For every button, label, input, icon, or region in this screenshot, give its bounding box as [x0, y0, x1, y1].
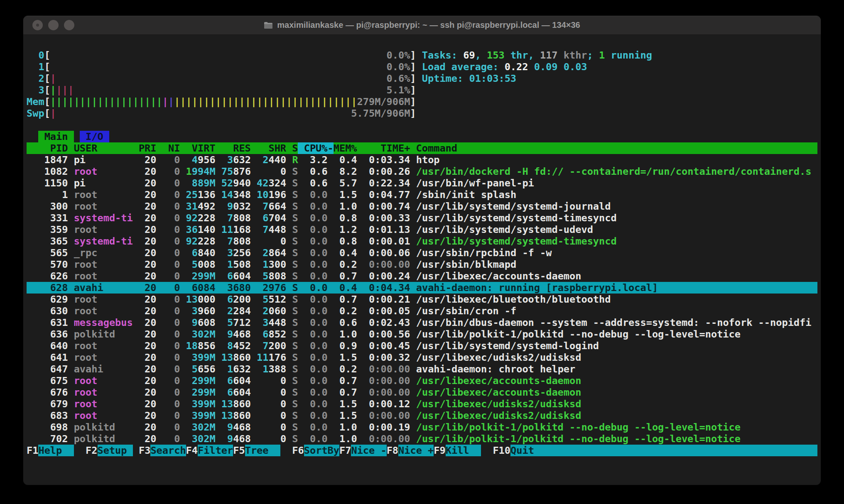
- cpu2-meter-value: 0.6%: [387, 73, 410, 84]
- process-row-628[interactable]: 628 avahi 20 0 6084 3680 2976 S 0.0 0.4 …: [27, 282, 817, 294]
- tab-main[interactable]: Main: [38, 131, 74, 142]
- cell-mem: 1.5: [334, 352, 357, 363]
- column-header-shr[interactable]: SHR: [251, 142, 286, 154]
- process-row-683[interactable]: 683 root 20 0 399M 13860 0 S 0.0 1.5 0:0…: [27, 410, 817, 421]
- process-row-679[interactable]: 679 root 20 0 399M 13860 0 S 0.0 1.5 0:0…: [27, 398, 817, 410]
- process-row-570[interactable]: 570 root 20 0 5008 1508 1300 S 0.0 0.2 0…: [27, 259, 817, 270]
- cell-cpu: 0.0: [298, 363, 328, 375]
- cell-command: /usr/lib/polkit-1/polkitd --no-debug --l…: [416, 433, 741, 445]
- process-row-641[interactable]: 641 root 20 0 399M 13860 11176 S 0.0 1.5…: [27, 352, 817, 363]
- process-row-647[interactable]: 647 avahi 20 0 5656 1632 1388 S 0.0 0.2 …: [27, 363, 817, 375]
- process-row-640[interactable]: 640 root 20 0 18856 8452 7200 S 0.0 0.9 …: [27, 340, 817, 352]
- column-header-pid[interactable]: PID: [27, 142, 68, 154]
- process-row-331[interactable]: 331 systemd-ti 20 0 92228 7808 6704 S 0.…: [27, 212, 817, 224]
- cell-pid: 565: [27, 247, 68, 259]
- cell-command: avahi-daemon: chroot helper: [416, 363, 576, 375]
- tab-io[interactable]: I/O: [80, 131, 109, 142]
- cell-user: root: [74, 398, 133, 410]
- fkey-f3[interactable]: F3Search: [139, 445, 186, 456]
- process-row-698[interactable]: 698 polkitd 20 0 302M 9468 0 S 0.0 1.0 0…: [27, 421, 817, 433]
- fkey-key: F5: [233, 445, 245, 456]
- fkey-label: Setup: [98, 445, 133, 456]
- cell-mem: 0.9: [334, 340, 357, 352]
- process-row-702[interactable]: 702 polkitd 20 0 302M 9468 0 S 0.0 1.0 0…: [27, 433, 817, 445]
- process-row-631[interactable]: 631 messagebus 20 0 9608 5712 3448 S 0.0…: [27, 317, 817, 328]
- cell-command: /usr/lib/systemd/systemd-logind: [416, 340, 599, 352]
- terminal-window: maximiliankaske — pi@raspberrypi: ~ — ss…: [23, 16, 821, 485]
- cell-command: /usr/sbin/rpcbind -f -w: [416, 247, 552, 259]
- process-row-1150[interactable]: 1150 pi 20 0 889M 52940 42324 S 0.6 5.7 …: [27, 177, 817, 189]
- zoom-button[interactable]: [64, 20, 74, 30]
- column-header-mem[interactable]: MEM%: [334, 142, 357, 154]
- process-row-1[interactable]: 1 root 20 0 25136 14348 10196 S 0.0 1.5 …: [27, 189, 817, 201]
- cell-pri: 20: [133, 421, 157, 433]
- fkey-f6[interactable]: F6SortBy: [292, 445, 339, 456]
- cell-user: root: [74, 270, 133, 282]
- process-row-300[interactable]: 300 root 20 0 31492 9032 7664 S 0.0 1.0 …: [27, 201, 817, 212]
- cell-time: 0:00.00: [357, 375, 410, 387]
- cell-pid: 647: [27, 363, 68, 375]
- column-header-ni[interactable]: NI: [157, 142, 180, 154]
- cell-command: /usr/lib/systemd/systemd-timesyncd: [416, 235, 617, 247]
- column-header-time[interactable]: TIME+: [357, 142, 410, 154]
- cell-pri: 20: [133, 224, 157, 235]
- process-row-1082[interactable]: 1082 root 20 0 1994M 75876 0 S 0.6 8.2 0…: [27, 166, 817, 177]
- fkey-f1[interactable]: F1Help: [27, 445, 74, 456]
- titlebar[interactable]: maximiliankaske — pi@raspberrypi: ~ — ss…: [23, 16, 821, 35]
- folder-icon: [264, 22, 273, 29]
- process-row-359[interactable]: 359 root 20 0 36140 11168 7448 S 0.0 1.2…: [27, 224, 817, 235]
- cell-user: pi: [74, 154, 133, 166]
- cell-cpu: 3.2: [298, 154, 328, 166]
- process-row-676[interactable]: 676 root 20 0 299M 6604 0 S 0.0 0.7 0:00…: [27, 387, 817, 398]
- cell-cpu: 0.0: [298, 328, 328, 340]
- fkey-f4[interactable]: F4Filter: [186, 445, 233, 456]
- cell-ni: 0: [157, 305, 180, 317]
- cell-time: 0:00.00: [357, 433, 410, 445]
- process-row-565[interactable]: 565 _rpc 20 0 6840 3256 2864 S 0.0 0.4 0…: [27, 247, 817, 259]
- cell-pri: 20: [133, 212, 157, 224]
- fkey-f5[interactable]: F5Tree: [233, 445, 280, 456]
- cell-state: S: [292, 166, 298, 177]
- cell-user: polkitd: [74, 433, 133, 445]
- process-row-626[interactable]: 626 root 20 0 299M 6604 5808 S 0.0 0.7 0…: [27, 270, 817, 282]
- fkey-f7[interactable]: F7Nice -: [339, 445, 387, 456]
- cell-pid: 1150: [27, 177, 68, 189]
- cell-command: /usr/lib/systemd/systemd-timesyncd: [416, 212, 617, 224]
- fkey-f8[interactable]: F8Nice +: [387, 445, 434, 456]
- column-header-cpu-sorted[interactable]: CPU%-: [298, 142, 333, 154]
- cell-time: 0:00.26: [357, 166, 410, 177]
- cpu3-meter: 3[|||| 5.1%]: [27, 84, 817, 96]
- process-row-1847[interactable]: 1847 pi 20 0 4956 3632 2440 R 3.2 0.4 0:…: [27, 154, 817, 166]
- close-button[interactable]: [32, 20, 43, 30]
- column-header-state[interactable]: S: [286, 142, 298, 154]
- cell-user: systemd-ti: [74, 212, 133, 224]
- process-row-675[interactable]: 675 root 20 0 299M 6604 0 S 0.0 0.7 0:00…: [27, 375, 817, 387]
- cpu0-meter: 0[ 0.0%] Tasks: 69, 153 thr, 117 kthr; 1…: [27, 49, 817, 61]
- process-row-365[interactable]: 365 systemd-ti 20 0 92228 7808 0 S 0.0 0…: [27, 235, 817, 247]
- process-row-629[interactable]: 629 root 20 0 13000 6200 5512 S 0.0 0.7 …: [27, 294, 817, 305]
- minimize-button[interactable]: [48, 20, 59, 30]
- process-row-636[interactable]: 636 polkitd 20 0 302M 9468 6852 S 0.0 1.…: [27, 328, 817, 340]
- cell-cpu: 0.0: [298, 235, 328, 247]
- column-header-command[interactable]: Command: [410, 142, 811, 154]
- fkey-f9[interactable]: F9Kill: [434, 445, 481, 456]
- cell-pid: 698: [27, 421, 68, 433]
- cell-mem: 0.7: [334, 270, 357, 282]
- cell-state: S: [292, 317, 298, 328]
- fkey-key: F10: [493, 445, 510, 456]
- column-header-res[interactable]: RES: [216, 142, 251, 154]
- cell-time: 0:00.05: [357, 305, 410, 317]
- cell-pri: 20: [133, 375, 157, 387]
- column-header-virt[interactable]: VIRT: [180, 142, 215, 154]
- fkey-f2[interactable]: F2Setup: [86, 445, 133, 456]
- cell-pri: 20: [133, 305, 157, 317]
- column-header-user[interactable]: USER: [74, 142, 133, 154]
- swp-meter-label: Swp: [27, 108, 44, 119]
- cell-pri: 20: [133, 259, 157, 270]
- cell-mem: 0.4: [334, 282, 357, 294]
- cell-command: /usr/lib/systemd/systemd-udevd: [416, 224, 593, 235]
- fkey-f10[interactable]: F10Quit: [493, 445, 817, 456]
- column-header-pri[interactable]: PRI: [133, 142, 157, 154]
- process-row-630[interactable]: 630 root 20 0 3960 2284 2060 S 0.0 0.2 0…: [27, 305, 817, 317]
- cell-pid: 300: [27, 201, 68, 212]
